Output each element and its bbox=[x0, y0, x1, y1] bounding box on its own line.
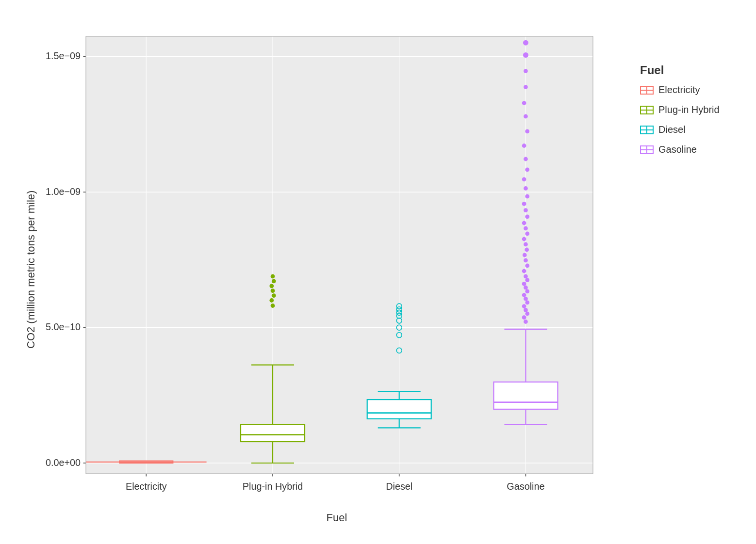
legend-box-diesel bbox=[640, 126, 654, 134]
gasoline-outlier-13 bbox=[524, 274, 528, 279]
legend-box-electricity bbox=[640, 86, 654, 95]
legend-item-electricity: Electricity bbox=[640, 84, 737, 96]
gasoline-outlier-26 bbox=[522, 202, 526, 206]
gasoline-outlier-5 bbox=[522, 304, 526, 308]
legend-item-diesel: Diesel bbox=[640, 124, 737, 135]
plugin-outlier-5 bbox=[269, 284, 274, 288]
chart-plot-area: 0.0e+00 5.0e−10 1.0e−09 1.5e−09 Electric… bbox=[43, 25, 630, 527]
plugin-outlier-6 bbox=[272, 279, 276, 284]
gasoline-outlier-24 bbox=[525, 214, 529, 219]
chart-svg: 0.0e+00 5.0e−10 1.0e−09 1.5e−09 Electric… bbox=[43, 25, 630, 507]
gasoline-outlier-28 bbox=[524, 186, 528, 191]
gasoline-outlier-17 bbox=[523, 253, 527, 257]
gasoline-outlier-19 bbox=[524, 242, 528, 247]
gasoline-outlier-36 bbox=[524, 85, 528, 89]
legend-box-plugin bbox=[640, 106, 654, 114]
gasoline-outlier-23 bbox=[522, 221, 526, 225]
x-tick-2: Diesel bbox=[386, 481, 412, 492]
gasoline-outlier-29 bbox=[522, 177, 526, 181]
legend-label-gasoline: Gasoline bbox=[658, 144, 697, 155]
gasoline-outlier-34 bbox=[524, 114, 528, 119]
plot-svg-container: 0.0e+00 5.0e−10 1.0e−09 1.5e−09 Electric… bbox=[43, 25, 630, 507]
gasoline-outlier-33 bbox=[525, 129, 529, 133]
gasoline-outlier-6 bbox=[525, 301, 529, 305]
chart-wrapper: CO2 (million metric tons per mile) bbox=[19, 25, 737, 519]
y-axis-label-container: CO2 (million metric tons per mile) bbox=[19, 25, 43, 527]
gasoline-outlier-9 bbox=[525, 289, 529, 293]
gasoline-outlier-2 bbox=[522, 315, 526, 320]
gasoline-outlier-8 bbox=[522, 293, 526, 297]
diesel-box bbox=[367, 400, 431, 419]
gasoline-outlier-4 bbox=[524, 308, 528, 312]
gasoline-outlier-30 bbox=[525, 168, 529, 172]
y-tick-1: 5.0e−10 bbox=[46, 321, 81, 332]
plugin-outlier-3 bbox=[272, 293, 276, 298]
gasoline-outlier-37 bbox=[524, 69, 528, 73]
y-tick-0: 0.0e+00 bbox=[46, 457, 81, 468]
gasoline-outlier-16 bbox=[524, 258, 528, 263]
y-axis-label: CO2 (million metric tons per mile) bbox=[25, 203, 37, 349]
gasoline-outlier-20 bbox=[522, 237, 526, 241]
y-tick-3: 1.5e−09 bbox=[46, 50, 81, 61]
gasoline-outlier-35 bbox=[522, 101, 526, 105]
legend-item-gasoline: Gasoline bbox=[640, 144, 737, 155]
x-tick-1: Plug-in Hybrid bbox=[243, 481, 303, 492]
gasoline-outlier-7 bbox=[524, 297, 528, 301]
legend-box-gasoline bbox=[640, 145, 654, 154]
gasoline-outlier-31 bbox=[524, 157, 528, 161]
legend-title: Fuel bbox=[640, 64, 737, 77]
gasoline-outlier-11 bbox=[522, 282, 526, 286]
gasoline-outlier-10 bbox=[524, 286, 528, 290]
gasoline-outlier-1 bbox=[524, 320, 528, 324]
chart-area: CO2 (million metric tons per mile) bbox=[19, 25, 630, 519]
chart-container: CO2 (million metric tons per mile) bbox=[0, 0, 756, 544]
gasoline-outlier-14 bbox=[522, 269, 526, 273]
legend-item-plugin: Plug-in Hybrid bbox=[640, 104, 737, 115]
legend-panel: Fuel Electricity Plug-in Hybrid Diesel G… bbox=[630, 25, 737, 519]
gasoline-outlier-38 bbox=[523, 52, 528, 58]
legend-label-electricity: Electricity bbox=[658, 84, 700, 96]
plugin-outlier-4 bbox=[271, 288, 275, 293]
gasoline-outlier-18 bbox=[525, 248, 529, 252]
gasoline-outlier-32 bbox=[522, 144, 526, 148]
gasoline-outlier-22 bbox=[524, 226, 528, 231]
gasoline-outlier-27 bbox=[525, 194, 529, 199]
gasoline-outlier-21 bbox=[525, 232, 529, 236]
gasoline-outlier-15 bbox=[525, 264, 529, 268]
gasoline-box bbox=[493, 382, 558, 409]
x-axis-label: Fuel bbox=[43, 507, 630, 527]
gasoline-outlier-12 bbox=[525, 278, 529, 282]
gasoline-outlier-extreme bbox=[523, 40, 528, 46]
plugin-outlier-2 bbox=[269, 298, 274, 303]
plugin-outlier-7 bbox=[271, 274, 275, 279]
legend-label-diesel: Diesel bbox=[658, 124, 686, 135]
y-tick-2: 1.0e−09 bbox=[46, 186, 81, 197]
legend-label-plugin: Plug-in Hybrid bbox=[658, 104, 720, 115]
plugin-outlier-1 bbox=[271, 304, 275, 308]
chart-body: CO2 (million metric tons per mile) bbox=[19, 25, 630, 527]
x-tick-3: Gasoline bbox=[507, 481, 544, 492]
plugin-box bbox=[241, 425, 305, 442]
x-tick-0: Electricity bbox=[126, 481, 167, 492]
gasoline-outlier-3 bbox=[525, 312, 529, 316]
gasoline-outlier-25 bbox=[524, 208, 528, 212]
